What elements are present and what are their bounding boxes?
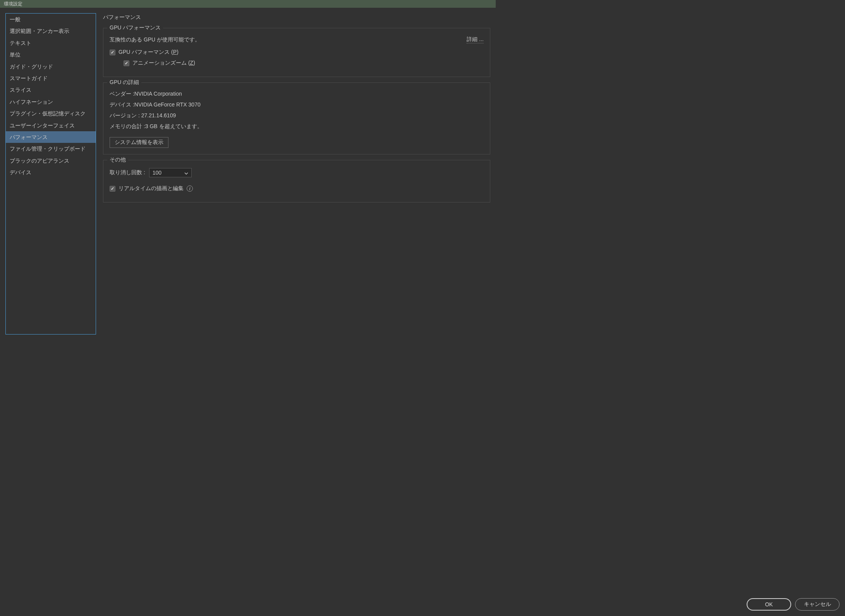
sidebar-item-smart-guides[interactable]: スマートガイド <box>6 72 96 84</box>
gpu-performance-legend: GPU パフォーマンス <box>107 24 163 31</box>
gpu-vendor: ベンダー :NVIDIA Corporation <box>110 91 484 98</box>
realtime-draw-edit-label: リアルタイムの描画と編集 <box>119 185 184 192</box>
sidebar-item-file-clipboard[interactable]: ファイル管理・クリップボード <box>6 143 96 154</box>
animation-zoom-checkbox-row: アニメーションズーム (Z) <box>124 60 484 67</box>
info-icon[interactable]: i <box>187 185 193 192</box>
gpu-details-link[interactable]: 詳細 ... <box>467 36 484 43</box>
sidebar-item-devices[interactable]: デバイス <box>6 166 96 178</box>
sidebar-item-hyphenation[interactable]: ハイフネーション <box>6 96 96 108</box>
gpu-performance-checkbox[interactable] <box>110 50 115 55</box>
other-group: その他 取り消し回数 : 100 リアルタイムの描画と編集 i <box>103 160 490 202</box>
sidebar-item-text[interactable]: テキスト <box>6 37 96 49</box>
title-bar-text: 環境設定 <box>4 1 22 7</box>
sidebar-item-black-appearance[interactable]: ブラックのアピアランス <box>6 155 96 166</box>
gpu-status-row: 互換性のある GPU が使用可能です。 詳細 ... <box>110 36 484 43</box>
sidebar-item-performance[interactable]: パフォーマンス <box>6 131 96 143</box>
animation-zoom-checkbox-label: アニメーションズーム (Z) <box>132 60 195 67</box>
gpu-version: バージョン : 27.21.14.6109 <box>110 112 484 119</box>
other-legend: その他 <box>107 156 128 163</box>
gpu-performance-checkbox-row: GPU パフォーマンス (P) <box>110 49 484 56</box>
sidebar-item-general[interactable]: 一般 <box>6 14 96 25</box>
sidebar-item-plugins-scratch[interactable]: プラグイン・仮想記憶ディスク <box>6 108 96 119</box>
undo-count-label: 取り消し回数 : <box>110 169 145 176</box>
realtime-draw-edit-row: リアルタイムの描画と編集 i <box>110 185 484 192</box>
chevron-down-icon <box>184 170 188 176</box>
main-content: パフォーマンス GPU パフォーマンス 互換性のある GPU が使用可能です。 … <box>103 13 490 335</box>
page-title: パフォーマンス <box>103 14 490 21</box>
sidebar-item-units[interactable]: 単位 <box>6 49 96 60</box>
title-bar: 環境設定 <box>0 0 496 8</box>
system-info-button[interactable]: システム情報を表示 <box>110 137 168 148</box>
sidebar-item-user-interface[interactable]: ユーザーインターフェイス <box>6 120 96 131</box>
animation-zoom-checkbox[interactable] <box>124 60 129 66</box>
gpu-status-text: 互換性のある GPU が使用可能です。 <box>110 36 200 43</box>
gpu-performance-group: GPU パフォーマンス 互換性のある GPU が使用可能です。 詳細 ... G… <box>103 28 490 77</box>
gpu-memory: メモリの合計 :3 GB を超えています。 <box>110 123 484 130</box>
gpu-performance-checkbox-label: GPU パフォーマンス (P) <box>119 49 179 56</box>
undo-count-row: 取り消し回数 : 100 <box>110 168 484 177</box>
sidebar-item-guides-grid[interactable]: ガイド・グリッド <box>6 61 96 72</box>
dialog-body: 一般 選択範囲・アンカー表示 テキスト 単位 ガイド・グリッド スマートガイド … <box>0 8 496 340</box>
gpu-details-group: GPU の詳細 ベンダー :NVIDIA Corporation デバイス :N… <box>103 82 490 154</box>
sidebar-item-selection-anchor[interactable]: 選択範囲・アンカー表示 <box>6 25 96 37</box>
undo-count-select[interactable]: 100 <box>149 168 192 177</box>
sidebar: 一般 選択範囲・アンカー表示 テキスト 単位 ガイド・グリッド スマートガイド … <box>5 13 96 335</box>
gpu-device: デバイス :NVIDIA GeForce RTX 3070 <box>110 101 484 108</box>
gpu-details-legend: GPU の詳細 <box>107 79 141 86</box>
undo-count-value: 100 <box>153 170 161 176</box>
sidebar-item-slices[interactable]: スライス <box>6 84 96 96</box>
realtime-draw-edit-checkbox[interactable] <box>110 186 115 192</box>
